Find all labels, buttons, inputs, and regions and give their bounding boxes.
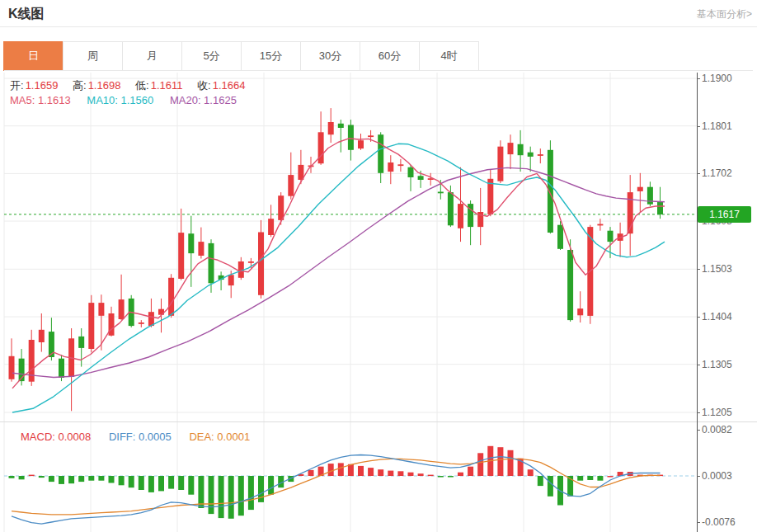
tab-period-7[interactable]: 4时 xyxy=(419,41,479,71)
y-axis-label: 1.1503 xyxy=(702,263,732,275)
header-divider xyxy=(0,26,757,27)
tab-period-3[interactable]: 5分 xyxy=(181,41,242,71)
diff-value: DIFF: 0.0005 xyxy=(109,431,172,443)
y-axis-tick xyxy=(697,126,700,127)
low-label: 低: xyxy=(135,79,149,92)
y-axis-label: 1.1900 xyxy=(702,73,732,84)
open-value: 1.1659 xyxy=(26,79,59,92)
close-value: 1.1664 xyxy=(213,79,246,92)
tab-period-4[interactable]: 15分 xyxy=(241,41,301,71)
y-axis-tick xyxy=(697,365,700,365)
open-label: 开: xyxy=(10,79,24,92)
y-axis-tick xyxy=(697,430,700,431)
current-price-badge: 1.1617 xyxy=(698,206,751,223)
tab-period-5[interactable]: 30分 xyxy=(300,41,360,71)
tab-period-6[interactable]: 60分 xyxy=(360,41,420,71)
y-axis-tick xyxy=(697,78,700,79)
high-value: 1.1698 xyxy=(88,79,121,92)
y-axis-label: 0.0003 xyxy=(702,470,732,482)
y-axis-tick xyxy=(697,317,700,318)
tab-period-2[interactable]: 月 xyxy=(122,41,182,71)
close-label: 收: xyxy=(197,79,211,92)
y-axis-label: 1.1404 xyxy=(702,311,732,322)
tab-period-1[interactable]: 周 xyxy=(63,41,123,71)
ma20-value: MA20: 1.1625 xyxy=(170,94,237,106)
y-axis-label: 1.1305 xyxy=(702,359,732,370)
tab-bar-underline xyxy=(4,70,753,71)
tab-period-0[interactable]: 日 xyxy=(3,41,63,71)
ma10-value: MA10: 1.1560 xyxy=(87,94,153,106)
ma-info-bar: MA5: 1.1613 MA10: 1.1560 MA20: 1.1625 xyxy=(10,94,237,106)
y-axis-label: 1.1801 xyxy=(702,120,732,132)
pane-divider xyxy=(0,421,757,422)
y-axis-line xyxy=(697,73,698,532)
y-axis-tick xyxy=(697,412,700,413)
y-axis-label: 1.1205 xyxy=(702,407,732,418)
dea-value: DEA: 0.0001 xyxy=(189,431,250,443)
y-axis-tick xyxy=(697,476,700,477)
y-axis-label: -0.0076 xyxy=(702,516,736,528)
ma5-value: MA5: 1.1613 xyxy=(10,94,71,106)
main-chart-canvas[interactable] xyxy=(0,73,697,422)
y-axis-tick xyxy=(697,269,700,270)
macd-value: MACD: 0.0008 xyxy=(21,431,91,443)
y-axis-tick xyxy=(697,522,700,523)
kline-widget: { "header": { "title": "K线图", "link": "基… xyxy=(0,0,757,532)
y-axis-label: 1.1702 xyxy=(702,167,732,179)
low-value: 1.1611 xyxy=(151,79,183,92)
y-axis-label: 0.0082 xyxy=(702,424,732,435)
macd-info-bar: MACD: 0.0008 DIFF: 0.0005 DEA: 0.0001 xyxy=(21,431,250,443)
ohlc-info-bar: 开:1.1659 高:1.1698 低:1.1611 收:1.1664 xyxy=(10,78,256,93)
fundamental-analysis-link[interactable]: 基本面分析> xyxy=(697,7,752,21)
page-title: K线图 xyxy=(8,6,45,23)
y-axis-tick xyxy=(697,173,700,174)
period-tab-bar: 日周月5分15分30分60分4时 xyxy=(4,41,479,71)
high-label: 高: xyxy=(73,79,87,92)
